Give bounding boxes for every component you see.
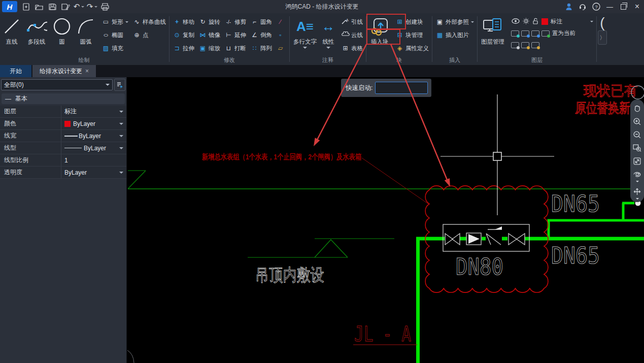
layer-on-icon[interactable] — [512, 18, 520, 25]
caret-icon — [119, 172, 123, 176]
chamfer-button[interactable]: ∠倒角 — [248, 28, 274, 42]
insert-image-button[interactable]: ▦插入图片 — [433, 28, 476, 42]
tab-document[interactable]: 给排水设计变更× — [32, 65, 96, 77]
hatch-button[interactable]: ▨填充 — [99, 42, 130, 55]
zoom-extents-button[interactable] — [633, 154, 641, 168]
save-button[interactable] — [46, 1, 59, 12]
leader-button[interactable]: A引线 — [339, 15, 365, 28]
zoom-out-button[interactable] — [633, 128, 641, 142]
scale-button[interactable]: ▣缩放 — [196, 42, 222, 55]
linear-dim-button[interactable]: ↔ 线性 — [319, 15, 337, 51]
quick-start-label: 快速启动: — [346, 84, 372, 92]
layer-off-icon[interactable] — [511, 30, 519, 37]
create-block-icon: ⊞ — [395, 18, 404, 25]
polyline-button[interactable]: 多段线 — [23, 15, 50, 46]
layer-freeze-other-icon[interactable] — [521, 42, 529, 48]
tab-start[interactable]: 开始 — [0, 65, 31, 77]
ellipse-button[interactable]: ○椭圆 — [99, 28, 130, 42]
group-button[interactable]: ▱ — [274, 42, 288, 55]
layer-dropdown-caret-icon[interactable] — [590, 21, 593, 24]
undo-caret-icon — [81, 6, 84, 9]
tab-close-icon[interactable]: × — [85, 68, 89, 75]
copy-button[interactable]: ⊙复制 — [171, 28, 196, 42]
support-button[interactable] — [575, 0, 589, 13]
quick-start-input[interactable] — [375, 82, 428, 94]
property-row-ltscale: 线型比例 1 — [0, 154, 126, 167]
point-button[interactable]: ⊕点 — [130, 28, 168, 42]
arc-button[interactable]: 圆弧 — [74, 15, 97, 46]
set-current-label[interactable]: 置为当前 — [552, 29, 575, 37]
layer-freeze-icon[interactable] — [521, 30, 529, 37]
ribbon-expand-button[interactable]: 〉 — [598, 30, 607, 45]
stretch-button[interactable]: ⊐拉伸 — [171, 42, 196, 55]
section-basic[interactable]: —基本 — [2, 93, 125, 104]
new-file-button[interactable] — [19, 1, 32, 12]
rectangle-button[interactable]: ▭矩形 — [99, 15, 130, 28]
layer-lock-icon[interactable] — [531, 30, 539, 37]
break-button[interactable]: ⊔打断 — [222, 42, 248, 55]
layer-unlock-icon[interactable] — [532, 18, 538, 25]
array-button[interactable]: ∷阵列 — [248, 42, 274, 55]
minimize-button[interactable]: — — [603, 0, 617, 13]
linetype-value-dropdown[interactable]: ByLayer — [61, 142, 126, 154]
lineweight-value-dropdown[interactable]: ByLayer — [61, 130, 126, 142]
extend-button[interactable]: ⊢延伸 — [222, 28, 248, 42]
zoom-in-button[interactable] — [633, 115, 641, 128]
trim-button[interactable]: -/-修剪 — [222, 15, 248, 28]
properties-panel: 全部(0) —基本 图层 标注 颜色 ByLayer 线宽 ByLayer 线型… — [0, 77, 127, 363]
fade-button[interactable]: ▫ — [274, 28, 288, 42]
erase-button[interactable]: ∕ — [274, 15, 288, 28]
ltscale-value-field[interactable]: 1 — [61, 154, 126, 166]
layer-manager-button[interactable]: 图层管理 — [479, 15, 507, 46]
layer-thaw-icon[interactable] — [523, 18, 529, 25]
help-button[interactable]: ? — [589, 0, 603, 13]
move-view-button[interactable] — [633, 185, 641, 198]
caret-icon — [119, 123, 123, 127]
orbit-caret-icon[interactable] — [636, 181, 639, 184]
property-row-linetype: 线型 ByLayer — [0, 142, 126, 154]
mtext-button[interactable]: A≡ 多行文字 — [291, 15, 319, 51]
zoom-window-button[interactable] — [633, 142, 641, 155]
move-view-caret-icon[interactable] — [636, 198, 639, 201]
spline-button[interactable]: ∿样条曲线 — [130, 15, 168, 28]
table-button[interactable]: ⊞表格 — [339, 42, 365, 55]
layer-isolate-icon[interactable] — [511, 42, 519, 48]
transparency-value-dropdown[interactable]: ByLayer — [61, 167, 126, 178]
account-button[interactable] — [562, 0, 575, 13]
fillet-button[interactable]: ⌐圆角 — [248, 15, 274, 28]
print-button[interactable] — [98, 1, 112, 12]
xref-button[interactable]: ▣外部参照 — [433, 15, 476, 28]
mirror-button[interactable]: ⋈镜像 — [196, 28, 222, 42]
undo-button[interactable]: ↶ — [72, 1, 85, 12]
orbit-button[interactable] — [633, 168, 641, 181]
layer-lock-other-icon[interactable] — [531, 42, 539, 48]
pan-button[interactable] — [633, 102, 641, 115]
quick-select-button[interactable] — [114, 79, 125, 91]
close-button[interactable]: × — [630, 0, 644, 13]
app-logo-icon[interactable]: H — [2, 1, 17, 12]
manage-block-button[interactable]: ⊟块管理 — [393, 28, 431, 42]
redo-button[interactable]: ↷ — [85, 1, 98, 12]
current-layer-name[interactable]: 标注 — [551, 18, 580, 25]
move-button[interactable]: +移动 — [171, 15, 196, 28]
save-as-button[interactable] — [59, 1, 72, 12]
revision-cloud-button[interactable]: 云线 — [339, 28, 365, 42]
rotate-button[interactable]: ↻旋转 — [196, 15, 222, 28]
open-file-button[interactable] — [32, 1, 46, 12]
valve-flag — [495, 226, 502, 229]
insert-block-button[interactable]: 插入块 — [367, 15, 392, 46]
drawing-canvas[interactable]: 新增总水表组（1个水表，1个止回阀，2个闸阀）及水表箱 现状已有 原位替换新管 … — [127, 77, 644, 363]
layer-set-current-icon[interactable] — [541, 30, 550, 37]
restore-button[interactable] — [617, 0, 630, 13]
selection-filter-dropdown[interactable]: 全部(0) — [1, 79, 113, 90]
line-button[interactable]: 直线 — [0, 15, 23, 46]
redo-caret-icon — [94, 6, 97, 9]
layer-value-dropdown[interactable]: 标注 — [61, 106, 126, 117]
layer-color-swatch[interactable] — [541, 18, 548, 25]
create-block-button[interactable]: ⊞创建块 — [393, 15, 431, 28]
attribute-define-button[interactable]: ◈属性定义 — [393, 42, 431, 55]
array-icon: ∷ — [250, 45, 259, 52]
color-value-dropdown[interactable]: ByLayer — [61, 118, 126, 129]
pickbox — [493, 152, 501, 160]
circle-button[interactable]: 圆 — [50, 15, 74, 46]
